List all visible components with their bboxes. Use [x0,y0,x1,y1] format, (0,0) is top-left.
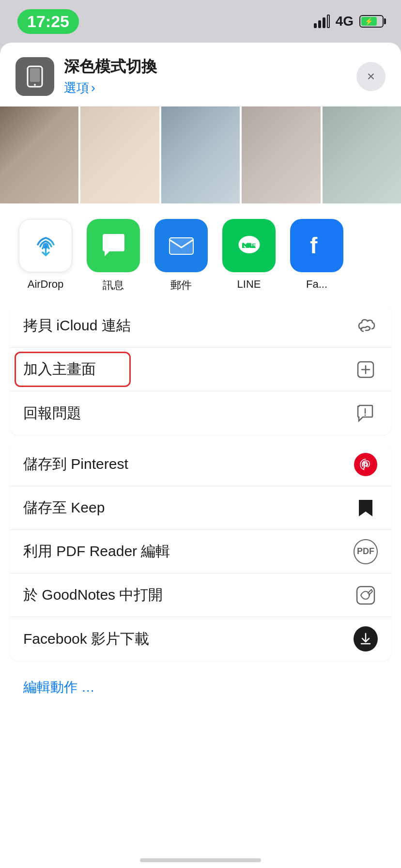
svg-point-14 [365,415,366,416]
line-label: LINE [237,278,261,291]
share-subtitle-chevron: › [91,80,95,95]
battery-bolt-icon: ⚡ [365,18,373,25]
battery-shell: ⚡ [359,15,384,28]
mail-label: 郵件 [170,278,192,293]
preview-tile-3 [161,107,240,203]
status-right: 4G ⚡ [314,14,384,29]
pinterest-circle: P [354,453,377,476]
close-icon: × [367,69,375,84]
download-circle [354,626,378,651]
svg-rect-1 [30,68,40,82]
facebook-icon: f [290,219,343,272]
battery: ⚡ [359,15,384,28]
cloud-link-icon [354,314,378,338]
preview-tile-4 [242,107,320,203]
svg-rect-5 [170,238,193,254]
action-goodnotes[interactable]: 於 GoodNotes 中打開 [10,574,391,617]
preview-area [0,107,401,203]
bookmark-icon [354,496,378,520]
network-label: 4G [336,14,354,29]
airdrop-label: AirDrop [28,278,64,291]
action-save-keep[interactable]: 儲存至 Keep [10,486,391,530]
signal-bar-1 [314,23,317,28]
save-pinterest-label: 儲存到 Pinterest [23,454,128,474]
share-header: 深色模式切換 選項 › × [0,43,401,107]
preview-tile-2 [80,107,159,203]
download-icon [354,627,378,651]
app-item-line[interactable]: LINE LINE [215,219,283,293]
preview-tile-5 [323,107,401,203]
messages-label: 訊息 [103,278,124,293]
exclaim-bubble-icon [354,401,378,425]
action-add-home[interactable]: 加入主畫面 [10,348,391,391]
shortcut-icon [15,57,54,96]
save-keep-label: 儲存至 Keep [23,498,105,518]
plus-square-icon [354,357,378,382]
facebook-label: Fa... [306,278,327,291]
action-copy-icloud[interactable]: 拷貝 iCloud 連結 [10,304,391,348]
share-header-text: 深色模式切換 選項 › [64,56,356,96]
home-indicator [140,858,261,862]
signal-bar-4 [327,15,330,28]
app-item-messages[interactable]: 訊息 [79,219,147,293]
copy-icloud-label: 拷貝 iCloud 連結 [23,316,131,336]
action-facebook-dl[interactable]: Facebook 影片下載 [10,617,391,661]
airdrop-icon [19,219,72,272]
apps-row: AirDrop 訊息 郵件 [0,203,401,304]
goodnotes-label: 於 GoodNotes 中打開 [23,585,163,605]
line-icon: LINE [222,219,276,272]
action-pdf-reader[interactable]: 利用 PDF Reader 編輯 PDF [10,530,391,574]
app-item-airdrop[interactable]: AirDrop [12,219,79,293]
action-group-2: 儲存到 Pinterest P 儲存至 Keep 利用 PDF Reader 編… [10,443,391,661]
action-save-pinterest[interactable]: 儲存到 Pinterest P [10,443,391,486]
app-item-facebook[interactable]: f Fa... [283,219,351,293]
svg-text:P: P [363,462,369,470]
svg-text:LINE: LINE [242,242,256,249]
signal-bar-3 [323,17,325,28]
signal-bars [314,15,330,28]
pinterest-icon: P [354,452,378,477]
share-sheet: 深色模式切換 選項 › × [0,43,401,868]
share-subtitle-text: 選項 [64,79,89,96]
pdf-reader-label: 利用 PDF Reader 編輯 [23,542,170,561]
signal-bar-2 [318,20,321,28]
battery-fill: ⚡ [361,17,377,26]
edit-actions-label: 編輯動作 … [23,680,95,695]
svg-text:f: f [310,233,318,258]
preview-tile-1 [0,107,78,203]
report-issue-label: 回報問題 [23,403,81,423]
edit-actions[interactable]: 編輯動作 … [0,668,401,706]
add-home-label: 加入主畫面 [23,359,96,379]
app-item-mail[interactable]: 郵件 [147,219,215,293]
action-report-issue[interactable]: 回報問題 [10,391,391,435]
pdf-circle: PDF [354,539,378,564]
svg-point-2 [34,84,36,86]
phone-icon-svg [23,64,47,89]
share-subtitle[interactable]: 選項 › [64,79,356,96]
mail-icon [154,219,208,272]
messages-icon [87,219,140,272]
action-group-1: 拷貝 iCloud 連結 加入主畫面 回報問題 [10,304,391,435]
pdf-icon: PDF [354,540,378,564]
facebook-dl-label: Facebook 影片下載 [23,629,149,649]
share-title: 深色模式切換 [64,56,356,78]
goodnotes-icon [354,583,378,607]
close-button[interactable]: × [356,62,386,91]
status-bar: 17:25 4G ⚡ [0,0,401,43]
status-time: 17:25 [17,9,79,34]
